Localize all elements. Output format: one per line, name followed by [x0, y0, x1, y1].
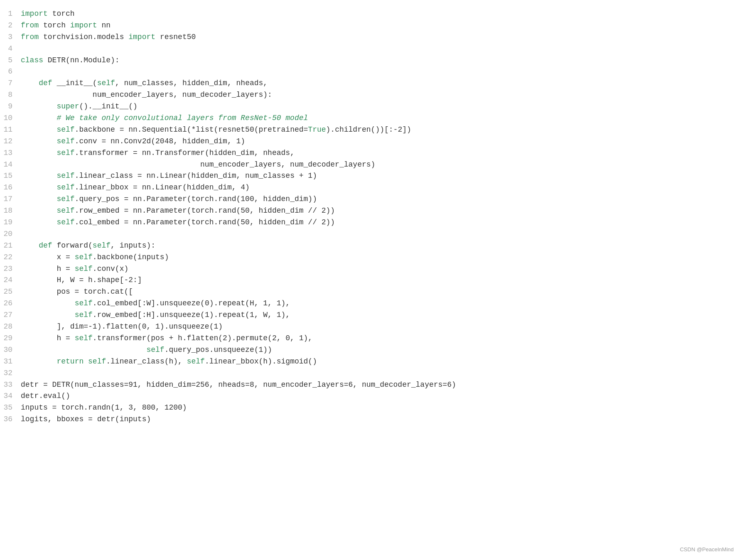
line-number: 34: [0, 391, 21, 402]
code-line: 22 x = self.backbone(inputs): [0, 252, 742, 263]
code-line: 7 def __init__(self, num_classes, hidden…: [0, 78, 742, 89]
line-number: 17: [0, 194, 21, 205]
line-content: from torch import nn: [21, 20, 734, 32]
code-line: 34detr.eval(): [0, 391, 742, 402]
line-content: from torchvision.models import resnet50: [21, 32, 734, 43]
line-content: self.col_embed = nn.Parameter(torch.rand…: [21, 217, 734, 228]
code-line: 19 self.col_embed = nn.Parameter(torch.r…: [0, 217, 742, 228]
line-number: 21: [0, 240, 21, 252]
line-content: import torch: [21, 8, 734, 20]
line-content: h = self.conv(x): [21, 263, 734, 275]
line-content: [21, 43, 734, 55]
line-number: 19: [0, 217, 21, 228]
code-line: 24 H, W = h.shape[-2:]: [0, 275, 742, 286]
code-line: 13 self.transformer = nn.Transformer(hid…: [0, 147, 742, 159]
line-number: 8: [0, 89, 21, 101]
code-line: 4: [0, 43, 742, 55]
line-content: pos = torch.cat([: [21, 286, 734, 298]
code-line: 8 num_encoder_layers, num_decoder_layers…: [0, 89, 742, 101]
code-line: 17 self.query_pos = nn.Parameter(torch.r…: [0, 194, 742, 205]
line-content: self.linear_class = nn.Linear(hidden_dim…: [21, 170, 734, 182]
code-line: 31 return self.linear_class(h), self.lin…: [0, 356, 742, 368]
line-number: 24: [0, 275, 21, 286]
line-number: 16: [0, 182, 21, 194]
line-content: super().__init__(): [21, 101, 734, 113]
code-line: 23 h = self.conv(x): [0, 263, 742, 275]
line-number: 23: [0, 263, 21, 275]
line-number: 7: [0, 78, 21, 89]
line-number: 30: [0, 344, 21, 356]
line-content: self.backbone = nn.Sequential(*list(resn…: [21, 124, 734, 136]
line-number: 15: [0, 170, 21, 182]
line-content: self.query_pos.unsqueeze(1)): [21, 344, 734, 356]
line-number: 12: [0, 136, 21, 147]
line-content: class DETR(nn.Module):: [21, 55, 734, 66]
line-number: 3: [0, 32, 21, 43]
line-number: 32: [0, 368, 21, 379]
line-number: 1: [0, 8, 21, 20]
line-content: detr.eval(): [21, 391, 734, 402]
code-line: 36logits, bboxes = detr(inputs): [0, 414, 742, 425]
line-content: [21, 66, 734, 78]
code-line: 3from torchvision.models import resnet50: [0, 32, 742, 43]
line-number: 5: [0, 55, 21, 66]
line-content: self.transformer = nn.Transformer(hidden…: [21, 147, 734, 159]
code-line: 14 num_encoder_layers, num_decoder_layer…: [0, 159, 742, 171]
line-number: 6: [0, 66, 21, 78]
line-content: self.col_embed[:W].unsqueeze(0).repeat(H…: [21, 298, 734, 309]
code-line: 21 def forward(self, inputs):: [0, 240, 742, 252]
line-number: 4: [0, 43, 21, 55]
code-line: 15 self.linear_class = nn.Linear(hidden_…: [0, 170, 742, 182]
line-content: self.row_embed = nn.Parameter(torch.rand…: [21, 205, 734, 217]
code-line: 6: [0, 66, 742, 78]
line-content: def __init__(self, num_classes, hidden_d…: [21, 78, 734, 89]
code-line: 35inputs = torch.randn(1, 3, 800, 1200): [0, 402, 742, 414]
code-block: 1import torch2from torch import nn3from …: [0, 4, 742, 438]
code-line: 11 self.backbone = nn.Sequential(*list(r…: [0, 124, 742, 136]
line-content: self.conv = nn.Conv2d(2048, hidden_dim, …: [21, 136, 734, 147]
line-content: x = self.backbone(inputs): [21, 252, 734, 263]
code-line: 27 self.row_embed[:H].unsqueeze(1).repea…: [0, 309, 742, 321]
watermark: CSDN @PeaceInMind: [680, 545, 734, 554]
code-line: 32: [0, 368, 742, 379]
line-content: detr = DETR(num_classes=91, hidden_dim=2…: [21, 379, 734, 391]
line-content: self.linear_bbox = nn.Linear(hidden_dim,…: [21, 182, 734, 194]
line-number: 33: [0, 379, 21, 391]
line-number: 25: [0, 286, 21, 298]
code-line: 1import torch: [0, 8, 742, 20]
code-line: 25 pos = torch.cat([: [0, 286, 742, 298]
line-content: ], dim=-1).flatten(0, 1).unsqueeze(1): [21, 321, 734, 333]
line-content: num_encoder_layers, num_decoder_layers):: [21, 89, 734, 101]
code-line: 9 super().__init__(): [0, 101, 742, 113]
code-line: 12 self.conv = nn.Conv2d(2048, hidden_di…: [0, 136, 742, 147]
line-content: # We take only convolutional layers from…: [21, 113, 734, 124]
line-number: 14: [0, 159, 21, 171]
code-line: 5class DETR(nn.Module):: [0, 55, 742, 66]
line-number: 36: [0, 414, 21, 425]
code-line: 33detr = DETR(num_classes=91, hidden_dim…: [0, 379, 742, 391]
line-number: 27: [0, 309, 21, 321]
line-number: 35: [0, 402, 21, 414]
line-number: 29: [0, 333, 21, 344]
line-content: h = self.transformer(pos + h.flatten(2).…: [21, 333, 734, 344]
line-number: 18: [0, 205, 21, 217]
line-content: H, W = h.shape[-2:]: [21, 275, 734, 286]
code-line: 28 ], dim=-1).flatten(0, 1).unsqueeze(1): [0, 321, 742, 333]
line-content: logits, bboxes = detr(inputs): [21, 414, 734, 425]
code-line: 20: [0, 228, 742, 240]
line-content: [21, 228, 734, 240]
line-number: 28: [0, 321, 21, 333]
line-content: num_encoder_layers, num_decoder_layers): [21, 159, 734, 171]
line-content: return self.linear_class(h), self.linear…: [21, 356, 734, 368]
code-line: 29 h = self.transformer(pos + h.flatten(…: [0, 333, 742, 344]
line-content: inputs = torch.randn(1, 3, 800, 1200): [21, 402, 734, 414]
line-number: 31: [0, 356, 21, 368]
code-line: 16 self.linear_bbox = nn.Linear(hidden_d…: [0, 182, 742, 194]
line-number: 26: [0, 298, 21, 309]
code-line: 2from torch import nn: [0, 20, 742, 32]
code-line: 30 self.query_pos.unsqueeze(1)): [0, 344, 742, 356]
line-number: 10: [0, 113, 21, 124]
line-content: def forward(self, inputs):: [21, 240, 734, 252]
line-content: self.row_embed[:H].unsqueeze(1).repeat(1…: [21, 309, 734, 321]
line-number: 22: [0, 252, 21, 263]
